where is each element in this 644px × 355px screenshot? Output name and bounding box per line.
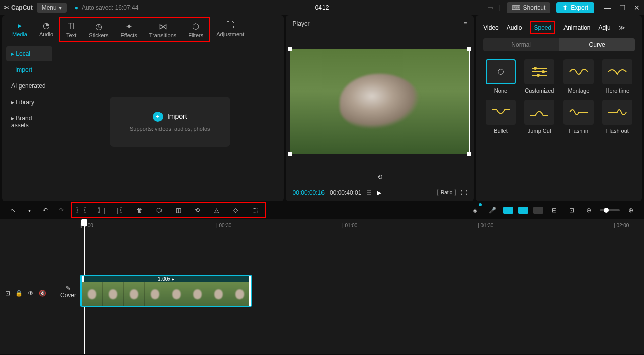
curve-hero[interactable]: Hero time xyxy=(601,59,634,94)
split-left-tool[interactable]: 〗| xyxy=(96,204,108,216)
subtab-curve[interactable]: Curve xyxy=(559,38,635,51)
resize-handle-tr[interactable] xyxy=(467,47,471,51)
cover-button[interactable]: ✎ Cover xyxy=(60,285,76,299)
lock-track-icon[interactable]: 🔒 xyxy=(15,290,23,297)
crop-tool[interactable]: ⬚ xyxy=(249,204,261,216)
tab-text[interactable]: TI Text xyxy=(60,18,83,41)
sidebar-item-ai[interactable]: AI generated xyxy=(6,78,52,94)
tab-label: Effects xyxy=(120,32,137,38)
player-panel: Player ≡ ⟲ 00:00:00:16 00:00:40:01 ☰ ▶ ⛶… xyxy=(286,15,474,201)
sidebar-item-brand[interactable]: ▸ Brand assets xyxy=(6,111,52,133)
plus-icon: + xyxy=(153,112,163,122)
menu-button[interactable]: Menu ▾ xyxy=(37,3,67,13)
curve-montage[interactable]: Montage xyxy=(562,59,595,94)
marker-tool[interactable]: ◈ xyxy=(469,204,481,216)
rotate-tool[interactable]: ◇ xyxy=(229,204,242,216)
play-button[interactable]: ▶ xyxy=(377,189,381,196)
split-tool[interactable]: 〗〖 xyxy=(76,204,89,216)
undo-button[interactable]: ↶ xyxy=(39,204,51,216)
export-button[interactable]: ⬆ Export xyxy=(556,2,594,13)
timeline-ruler[interactable]: | 0:00 | 00:30 | 01:00 | 01:30 | 02:00 xyxy=(0,219,644,231)
time-duration: 00:00:40:01 xyxy=(330,189,361,196)
scan-icon[interactable]: ⛶ xyxy=(426,189,432,196)
adjustment-icon: ⛶ xyxy=(225,20,235,30)
pointer-tool[interactable]: ↖ xyxy=(7,204,19,216)
link-track-icon[interactable]: ⊡ xyxy=(5,290,10,297)
clip-thumbnail xyxy=(124,282,145,306)
track-chip3[interactable] xyxy=(533,207,543,214)
tab-transitions[interactable]: ⋈ Transitions xyxy=(143,18,182,41)
upload-icon: ⬆ xyxy=(562,4,568,11)
sidebar-item-local[interactable]: ▸ Local xyxy=(6,46,52,61)
mic-tool[interactable]: 🎤 xyxy=(486,204,498,216)
mute-track-icon[interactable]: 🔇 xyxy=(39,290,46,297)
rp-tab-speed[interactable]: Speed xyxy=(530,21,555,34)
clip-thumbnail xyxy=(166,282,187,306)
tab-effects[interactable]: ✦ Effects xyxy=(114,18,143,41)
import-dropzone[interactable]: +Import Supports: videos, audios, photos xyxy=(110,97,230,147)
split-right-tool[interactable]: |〖 xyxy=(115,204,127,216)
reverse-tool[interactable]: ⟲ xyxy=(191,204,203,216)
player-menu-icon[interactable]: ≡ xyxy=(463,20,467,27)
align-tool[interactable]: ⊟ xyxy=(548,204,560,216)
subtab-normal[interactable]: Normal xyxy=(483,38,559,51)
resize-handle-br[interactable] xyxy=(467,152,471,156)
maximize-button[interactable]: ☐ xyxy=(619,4,626,12)
reset-transform-icon[interactable]: ⟲ xyxy=(286,170,474,184)
ruler-mark: | 00:30 xyxy=(216,223,231,228)
rp-tab-audio[interactable]: Audio xyxy=(507,24,522,31)
curve-none[interactable]: None xyxy=(484,59,517,94)
pointer-options[interactable]: ▾ xyxy=(23,204,35,216)
snap-tool[interactable]: ⊡ xyxy=(566,204,578,216)
rp-tab-adjust[interactable]: Adju xyxy=(599,24,611,31)
curve-jumpcut[interactable]: Jump Cut xyxy=(523,100,556,134)
tab-stickers[interactable]: ◷ Stickers xyxy=(83,18,114,41)
zoom-out[interactable]: ⊖ xyxy=(583,204,595,216)
eye-track-icon[interactable]: 👁 xyxy=(28,290,34,297)
video-frame[interactable] xyxy=(290,49,470,154)
zoom-in[interactable]: ⊕ xyxy=(625,204,637,216)
sidebar-item-library[interactable]: ▸ Library xyxy=(6,95,52,110)
tab-label: Audio xyxy=(39,31,53,37)
list-icon[interactable]: ☰ xyxy=(366,189,372,196)
tab-media[interactable]: ▸ Media xyxy=(6,17,33,42)
redo-button[interactable]: ↷ xyxy=(55,204,67,216)
project-name: 0412 xyxy=(315,4,329,11)
shield-tool[interactable]: ⬡ xyxy=(153,204,165,216)
fullscreen-icon[interactable]: ⛶ xyxy=(461,189,467,196)
curve-label: Flash out xyxy=(601,128,634,134)
timeline[interactable]: | 0:00 | 00:30 | 01:00 | 01:30 | 02:00 ⊡… xyxy=(0,219,644,354)
tab-adjustment[interactable]: ⛶ Adjustment xyxy=(210,17,250,42)
close-button[interactable]: ✕ xyxy=(634,4,640,12)
rp-tab-video[interactable]: Video xyxy=(483,24,498,31)
shortcut-button[interactable]: ⌨ Shortcut xyxy=(507,2,551,13)
timeline-clip[interactable]: 1.00x ▸ xyxy=(80,275,252,307)
more-icon[interactable]: ≫ xyxy=(619,24,625,31)
tab-filters[interactable]: ⬡ Filters xyxy=(182,18,209,41)
import-label: Import xyxy=(167,112,187,120)
track-chip2[interactable] xyxy=(518,207,528,214)
titlebar: ✂ CapCut Menu ▾ ● Auto saved: 16:07:44 0… xyxy=(0,0,644,15)
rp-tab-animation[interactable]: Animation xyxy=(564,24,590,31)
player-canvas[interactable] xyxy=(286,32,474,170)
mirror-tool[interactable]: △ xyxy=(210,204,222,216)
track-chip1[interactable] xyxy=(503,207,513,214)
frame-tool[interactable]: ◫ xyxy=(172,204,184,216)
zoom-slider[interactable] xyxy=(600,209,620,211)
minimize-button[interactable]: — xyxy=(604,4,611,12)
ratio-button[interactable]: Ratio xyxy=(437,189,456,196)
curve-label: Flash in xyxy=(562,128,595,134)
curve-bullet[interactable]: Bullet xyxy=(484,100,517,134)
timeline-toolbar: ↖ ▾ ↶ ↷ 〗〖 〗| |〖 🗑 ⬡ ◫ ⟲ △ ◇ ⬚ ◈ 🎤 ⊟ ⊡ ⊖… xyxy=(0,201,644,219)
curve-flashin[interactable]: Flash in xyxy=(562,100,595,134)
resize-handle-tl[interactable] xyxy=(288,47,292,51)
sidebar-item-import[interactable]: Import xyxy=(6,62,52,77)
curve-label: Jump Cut xyxy=(523,128,556,134)
resize-handle-bl[interactable] xyxy=(288,152,292,156)
layout-icon[interactable]: ▭ xyxy=(487,4,493,11)
delete-tool[interactable]: 🗑 xyxy=(134,204,146,216)
curve-flashout[interactable]: Flash out xyxy=(601,100,634,134)
clip-handle-right[interactable] xyxy=(249,276,252,306)
tab-audio[interactable]: ◔ Audio xyxy=(33,17,59,42)
curve-customized[interactable]: Customized xyxy=(523,59,556,94)
